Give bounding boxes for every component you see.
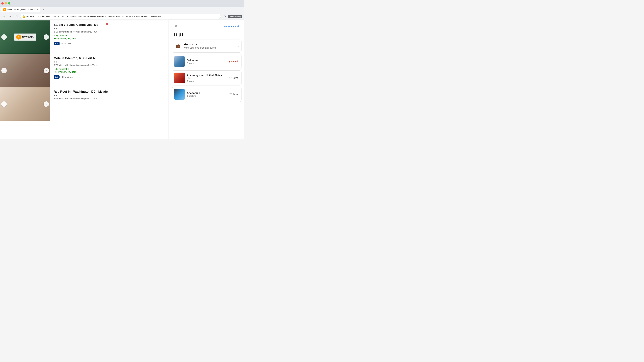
trip-destination-anchorage: Anchorage 1 booking ♡ Save [172, 87, 241, 102]
trip-saves: 1 booking [187, 95, 226, 97]
hotel-next-image-button[interactable]: › [44, 68, 49, 73]
hotel-refundable: Fully refundable [54, 68, 166, 70]
hotel-prev-image-button[interactable]: ‹ [1, 34, 7, 40]
window-minimize-button[interactable] [5, 2, 7, 4]
hotel-prev-image-button[interactable]: ‹ [1, 68, 7, 73]
hotel-stars: ★★ [54, 61, 166, 63]
main-content: ‹ 6 NOW OPEN › Studio 6 Suites Catonsvil… [0, 20, 244, 139]
hotel-stars: ★★ [54, 27, 166, 30]
badge-text: NOW OPEN [22, 36, 34, 38]
hotel-badge-now-open: 6 NOW OPEN [14, 33, 36, 40]
trip-saves: 6 saves [187, 62, 225, 64]
trip-thumbnail-baltimore [174, 56, 185, 67]
hotel-pay-later: Reserve now, pay later [54, 70, 166, 73]
trips-list: 💼 Go to trips View your bookings and sav… [169, 39, 244, 139]
go-to-trips-text: Go to trips View your bookings and saves [184, 43, 235, 49]
hotel-pay-later: Reserve now, pay later [54, 37, 166, 40]
window-controls [1, 2, 10, 4]
go-to-trips-item[interactable]: 💼 Go to trips View your bookings and sav… [172, 39, 242, 53]
save-label: Save [232, 93, 238, 96]
motel6-logo: 6 [16, 34, 21, 39]
hotel-card-studio6[interactable]: ‹ 6 NOW OPEN › Studio 6 Suites Catonsvil… [0, 20, 169, 54]
trips-close-button[interactable]: ✕ [173, 24, 178, 29]
tab-bar: E Baltimore, MD, United States o ✕ + [0, 7, 244, 13]
trip-info-anchorage: Anchorage 1 booking [187, 91, 226, 97]
rating-score: 6.4 [54, 42, 60, 45]
heart-filled-icon: ♥ [228, 60, 230, 63]
address-text: expedia.com/Hotel-Search?adults=1&d1=202… [26, 15, 215, 17]
trip-item-baltimore[interactable]: Baltimore 6 saves ♥ Saved [172, 54, 242, 69]
save-label: Save [232, 77, 238, 79]
trip-save-button-anchorage-united[interactable]: ♡ Save [228, 75, 239, 80]
tab-favicon: E [3, 8, 6, 11]
go-to-trips-content: 💼 Go to trips View your bookings and sav… [172, 40, 241, 52]
title-bar [0, 0, 244, 7]
trip-name: Anchorage and United States of... [187, 74, 226, 79]
bookmark-icon[interactable]: ☆ [216, 15, 219, 18]
reload-button[interactable]: ↻ [14, 14, 19, 19]
trip-destination-anchorage-united: Anchorage and United States of... 4 save… [172, 70, 241, 85]
trip-info-baltimore: Baltimore 6 saves [187, 59, 225, 64]
back-button[interactable]: ← [2, 14, 7, 19]
tab-close-icon[interactable]: ✕ [36, 8, 38, 11]
create-trip-button[interactable]: + Create a trip [224, 25, 240, 28]
trip-item-anchorage[interactable]: Anchorage 1 booking ♡ Save [172, 87, 242, 102]
hotel-image-redroof: ‹ › [0, 87, 50, 121]
hotel-next-image-button[interactable]: › [44, 101, 49, 107]
rating-score: 5.8 [54, 75, 60, 79]
hotel-card-redroof[interactable]: ‹ › Red Roof Inn Washington DC - Meade ★… [0, 87, 169, 121]
hotel-rating-row: 5.8 369 reviews [54, 75, 166, 79]
heart-outline-icon: ♡ [229, 76, 232, 80]
rating-count: 369 reviews [61, 76, 72, 78]
trips-panel-header: ✕ + Create a trip [169, 20, 244, 29]
hotel-refundable: Fully refundable [54, 34, 166, 37]
heart-outline-icon: ♡ [229, 92, 232, 96]
trips-panel-title: Trips [169, 29, 244, 39]
hotel-prev-image-button[interactable]: ‹ [1, 101, 7, 107]
trip-info-anchorage-united: Anchorage and United States of... 4 save… [187, 74, 226, 82]
hotel-stars: ★★ [54, 94, 166, 97]
trips-panel: ✕ + Create a trip Trips 💼 Go to trips Vi… [169, 20, 244, 139]
trip-name: Anchorage [187, 91, 226, 94]
saved-label: Saved [231, 60, 238, 63]
trip-save-button-anchorage[interactable]: ♡ Save [228, 92, 239, 97]
window-maximize-button[interactable] [8, 2, 10, 4]
hotel-rating-row: 6.4 74 reviews [54, 42, 166, 45]
hotel-list: ‹ 6 NOW OPEN › Studio 6 Suites Catonsvil… [0, 20, 169, 139]
trip-thumbnail-anchorage [174, 89, 185, 100]
hotel-next-image-button[interactable]: › [44, 34, 49, 40]
new-tab-button[interactable]: + [41, 7, 46, 12]
hotel-heart-button[interactable]: ♥ [46, 22, 167, 26]
trip-item-anchorage-united[interactable]: Anchorage and United States of... 4 save… [172, 70, 242, 85]
briefcase-icon: 💼 [175, 43, 182, 49]
trip-saved-button-baltimore[interactable]: ♥ Saved [227, 59, 239, 64]
tab-title: Baltimore, MD, United States o [8, 8, 35, 11]
hotel-distance: 6.53 mi from Baltimore Washington Intl. … [54, 97, 166, 100]
incognito-button[interactable]: Incognito (2) [228, 14, 242, 18]
rating-count: 74 reviews [61, 42, 71, 45]
browser-toolbar: ← → ↻ 🔒 expedia.com/Hotel-Search?adults=… [0, 13, 244, 20]
window-close-button[interactable] [1, 2, 4, 4]
trip-saves: 4 saves [187, 80, 226, 82]
hotel-heart-button[interactable]: ♡ [46, 55, 167, 60]
trip-name: Baltimore [187, 59, 225, 61]
ssl-icon: 🔒 [22, 15, 25, 18]
chevron-right-icon: › [238, 44, 239, 48]
go-to-trips-subtitle: View your bookings and saves [184, 46, 235, 49]
hotel-distance: 8.19 mi from Baltimore Washington Intl. … [54, 30, 166, 33]
trip-thumbnail-anchorage-united [174, 72, 185, 83]
hotel-image-studio6: ‹ 6 NOW OPEN › [0, 20, 50, 54]
address-bar[interactable]: 🔒 expedia.com/Hotel-Search?adults=1&d1=2… [20, 14, 221, 19]
trip-destination-baltimore: Baltimore 6 saves ♥ Saved [172, 54, 241, 69]
hotel-card-motel6[interactable]: ‹ › Motel 6 Odenton, MD - Fort M ★★ 5.78… [0, 54, 169, 87]
hotel-distance: 5.78 mi from Baltimore Washington Intl. … [54, 64, 166, 66]
active-tab[interactable]: E Baltimore, MD, United States o ✕ [1, 7, 40, 12]
extensions-button[interactable]: ⧉ [222, 14, 227, 19]
go-to-trips-title: Go to trips [184, 43, 235, 46]
browser-chrome: E Baltimore, MD, United States o ✕ + ← →… [0, 0, 244, 20]
hotel-heart-button[interactable]: ♡ [46, 89, 167, 93]
hotel-image-motel6: ‹ › [0, 54, 50, 87]
forward-button[interactable]: → [8, 14, 13, 19]
